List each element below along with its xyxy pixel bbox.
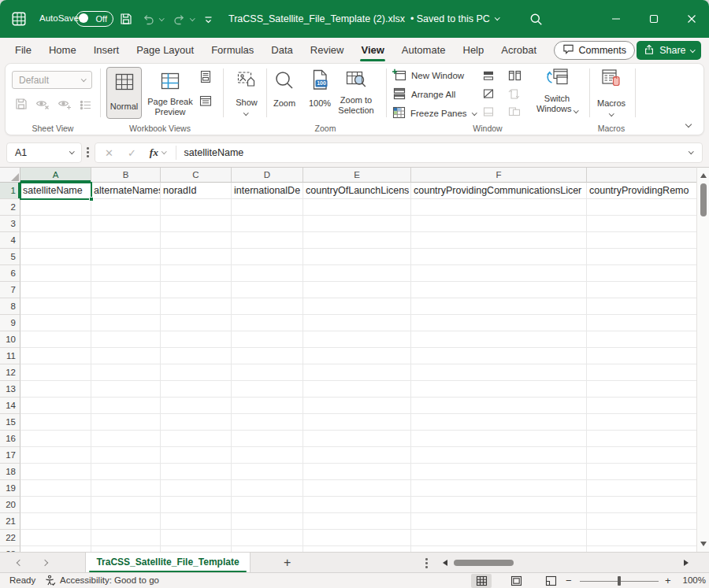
cell-F10[interactable] (411, 331, 587, 348)
cell-D22[interactable] (232, 530, 303, 546)
minimize-button[interactable] (603, 0, 629, 38)
row-header-23[interactable]: 23 (0, 546, 20, 552)
cell-F9[interactable] (411, 315, 587, 331)
cell-A8[interactable] (20, 298, 91, 315)
cell-E3[interactable] (303, 216, 411, 232)
ribbon-tab-acrobat[interactable]: Acrobat (492, 38, 545, 63)
row-header-7[interactable]: 7 (0, 282, 20, 298)
hide-window-icon[interactable] (483, 88, 494, 102)
column-header-E[interactable]: E (303, 168, 411, 183)
expand-formula-bar-icon[interactable] (689, 149, 693, 153)
column-header-7[interactable] (587, 168, 696, 183)
row-header-19[interactable]: 19 (0, 480, 20, 497)
row-header-4[interactable]: 4 (0, 232, 20, 249)
tab-scroll-splitter[interactable] (425, 558, 428, 568)
cell-D2[interactable] (232, 199, 303, 216)
cell-A1[interactable]: satelliteName (20, 183, 91, 199)
cell-F22[interactable] (411, 530, 587, 546)
select-all-corner[interactable] (0, 168, 20, 183)
cell-D6[interactable] (232, 265, 303, 282)
new-sheet-view-icon[interactable] (58, 98, 72, 113)
next-sheet-icon[interactable] (42, 560, 48, 566)
undo-dropdown-icon[interactable] (159, 16, 164, 20)
row-header-16[interactable]: 16 (0, 431, 20, 447)
cell-D3[interactable] (232, 216, 303, 232)
cell-A12[interactable] (20, 364, 91, 381)
cell-col74[interactable] (587, 232, 696, 249)
cell-A11[interactable] (20, 348, 91, 364)
cell-col722[interactable] (587, 530, 696, 546)
redo-dropdown-icon[interactable] (190, 16, 195, 20)
ribbon-tab-review[interactable]: Review (302, 38, 353, 63)
cell-F21[interactable] (411, 513, 587, 530)
cell-col714[interactable] (587, 398, 696, 414)
cell-col719[interactable] (587, 480, 696, 497)
enter-icon[interactable]: ✓ (121, 147, 143, 159)
status-page-break-button[interactable] (540, 574, 561, 588)
cell-A6[interactable] (20, 265, 91, 282)
cell-D21[interactable] (232, 513, 303, 530)
cell-F23[interactable] (411, 546, 587, 552)
cell-C10[interactable] (161, 331, 232, 348)
vertical-scroll-thumb[interactable] (700, 183, 707, 216)
redo-icon[interactable] (173, 13, 186, 28)
cell-C23[interactable] (161, 546, 232, 552)
cell-C6[interactable] (161, 265, 232, 282)
cell-D20[interactable] (232, 497, 303, 513)
cell-D17[interactable] (232, 447, 303, 464)
close-button[interactable] (678, 0, 705, 38)
cell-E14[interactable] (303, 398, 411, 414)
cell-C9[interactable] (161, 315, 232, 331)
vertical-scrollbar[interactable] (696, 167, 709, 552)
cell-F1[interactable]: countryProvidingCommunicationsLicer (411, 183, 587, 199)
cell-F7[interactable] (411, 282, 587, 298)
cell-C22[interactable] (161, 530, 232, 546)
cell-A21[interactable] (20, 513, 91, 530)
cell-D4[interactable] (232, 232, 303, 249)
hscroll-left-icon[interactable] (443, 560, 447, 566)
collapse-ribbon-icon[interactable] (685, 121, 692, 128)
cell-D14[interactable] (232, 398, 303, 414)
status-page-layout-button[interactable] (506, 574, 526, 588)
cell-B3[interactable] (91, 216, 161, 232)
ribbon-tab-page-layout[interactable]: Page Layout (128, 38, 202, 63)
cell-A15[interactable] (20, 414, 91, 431)
cell-col717[interactable] (587, 447, 696, 464)
reset-window-position-icon[interactable] (508, 106, 521, 120)
cell-E20[interactable] (303, 497, 411, 513)
name-box[interactable]: A1 (6, 142, 82, 163)
arrange-all-button[interactable]: Arrange All (392, 87, 455, 102)
row-header-17[interactable]: 17 (0, 447, 20, 464)
column-header-F[interactable]: F (411, 168, 587, 183)
cell-E17[interactable] (303, 447, 411, 464)
cell-B12[interactable] (91, 364, 161, 381)
row-header-2[interactable]: 2 (0, 199, 20, 216)
cell-C12[interactable] (161, 364, 232, 381)
row-header-21[interactable]: 21 (0, 513, 20, 530)
zoom-button[interactable]: Zoom (269, 67, 300, 119)
new-sheet-button[interactable]: + (284, 553, 291, 572)
search-icon[interactable] (529, 13, 543, 29)
cell-D8[interactable] (232, 298, 303, 315)
cell-A19[interactable] (20, 480, 91, 497)
cell-col718[interactable] (587, 464, 696, 480)
cell-D19[interactable] (232, 480, 303, 497)
cell-F16[interactable] (411, 431, 587, 447)
cell-F4[interactable] (411, 232, 587, 249)
cell-A16[interactable] (20, 431, 91, 447)
cell-D9[interactable] (232, 315, 303, 331)
cell-C5[interactable] (161, 249, 232, 265)
cell-col71[interactable]: countryProvidingRemo (587, 183, 696, 199)
cell-D18[interactable] (232, 464, 303, 480)
cell-col712[interactable] (587, 364, 696, 381)
cell-F14[interactable] (411, 398, 587, 414)
split-icon[interactable] (483, 70, 494, 84)
cell-C4[interactable] (161, 232, 232, 249)
cell-A14[interactable] (20, 398, 91, 414)
row-header-5[interactable]: 5 (0, 249, 20, 265)
cell-C3[interactable] (161, 216, 232, 232)
cell-B10[interactable] (91, 331, 161, 348)
cell-B8[interactable] (91, 298, 161, 315)
cell-F18[interactable] (411, 464, 587, 480)
synchronous-scrolling-icon[interactable] (508, 88, 520, 103)
